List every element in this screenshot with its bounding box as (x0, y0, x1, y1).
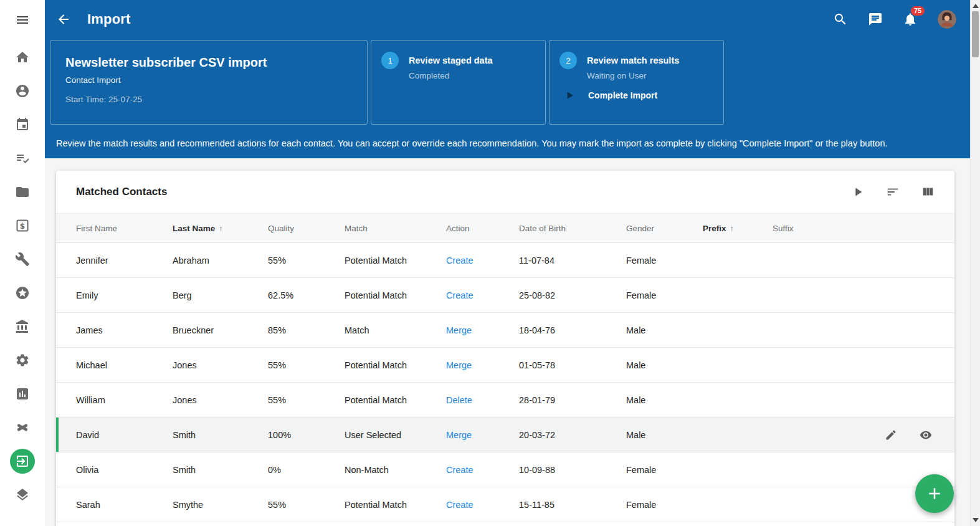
gear-icon (15, 353, 30, 368)
step-title: Review staged data (409, 52, 493, 65)
sidebar-item-tools[interactable] (7, 242, 37, 276)
action-link[interactable]: Create (446, 500, 473, 510)
sidebar-item-billing[interactable] (7, 209, 37, 242)
add-fab-button[interactable] (915, 474, 954, 513)
page-title: Import (87, 11, 131, 27)
table-row[interactable]: Michael Jones 55% Potential Match Merge … (56, 348, 954, 383)
cell-first-name: Olivia (56, 452, 173, 487)
sidebar-item-contacts[interactable] (7, 74, 37, 108)
sidebar-item-accounts[interactable] (7, 310, 37, 343)
table-row[interactable]: William Jones 55% Potential Match Delete… (56, 383, 954, 418)
column-header-quality[interactable]: Quality (268, 214, 345, 243)
action-link[interactable]: Create (446, 256, 473, 265)
vertical-scrollbar[interactable] (970, 0, 980, 526)
column-header-first-name[interactable]: First Name (56, 214, 173, 243)
sidebar-item-home[interactable] (7, 41, 37, 74)
cell-match: Potential Match (345, 383, 446, 418)
column-header-match[interactable]: Match (345, 214, 446, 243)
column-header-gender[interactable]: Gender (626, 214, 703, 243)
column-header-dob[interactable]: Date of Birth (519, 214, 626, 243)
run-play-icon[interactable] (851, 185, 865, 199)
search-icon[interactable] (833, 12, 848, 27)
scrollbar-thumb[interactable] (972, 11, 979, 57)
checklist-icon (15, 151, 30, 166)
table-row[interactable]: Jennifer Abraham 55% Potential Match Cre… (56, 243, 954, 278)
column-header-prefix[interactable]: Prefix↑ (703, 214, 773, 243)
step-title: Review match results (587, 52, 679, 65)
card-header-actions (851, 185, 935, 199)
cell-quality: 0% (268, 452, 345, 487)
cell-quality: 85% (268, 313, 345, 348)
cell-last-name: Smith (173, 452, 268, 487)
table-row[interactable]: David Smith 100% User Selected Merge 20-… (56, 418, 954, 452)
cell-prefix (703, 278, 773, 313)
cell-gender: Male (626, 313, 703, 348)
cell-last-name: Smythe (173, 487, 268, 522)
sidebar-item-calendar[interactable] (7, 108, 37, 141)
cell-first-name: William (56, 383, 173, 418)
action-link[interactable]: Delete (446, 395, 472, 405)
row-actions (773, 429, 954, 441)
sidebar-item-import[interactable] (7, 444, 37, 478)
complete-import-play-button[interactable] (563, 89, 576, 102)
scroll-up-arrow-icon[interactable] (973, 4, 979, 8)
sidebar-item-tasks[interactable] (7, 141, 37, 175)
cell-gender: Female (626, 278, 703, 313)
sidebar-item-settings[interactable] (7, 343, 37, 377)
action-link[interactable]: Merge (446, 430, 472, 440)
cell-suffix (773, 313, 954, 348)
edit-pencil-icon[interactable] (885, 429, 897, 441)
wrench-icon (15, 252, 30, 267)
table-row[interactable]: James Brueckner 85% Match Merge 18-04-76… (56, 313, 954, 348)
sidebar-item-reports[interactable] (7, 377, 37, 411)
calendar-icon (15, 117, 30, 132)
table-row[interactable]: Sarah Smythe 55% Potential Match Create … (56, 487, 954, 522)
cell-last-name: Smith (173, 418, 268, 452)
arrow-back-icon (56, 12, 71, 27)
step-number-badge: 2 (559, 52, 577, 69)
action-link[interactable]: Create (446, 465, 473, 475)
play-icon (563, 89, 576, 102)
step-card-2: 2 Review match results Waiting on User C… (549, 40, 724, 125)
cell-suffix (773, 383, 954, 418)
chat-icon[interactable] (868, 12, 883, 27)
avatar[interactable] (938, 10, 956, 29)
cell-prefix (703, 418, 773, 452)
cell-gender: Male (626, 348, 703, 383)
app-window: Import 75 Newsletter subscriber CSV impo… (0, 0, 970, 526)
sidebar-item-layers[interactable] (7, 478, 37, 512)
columns-icon[interactable] (921, 185, 935, 199)
cell-prefix (703, 452, 773, 487)
column-header-suffix[interactable]: Suffix (773, 214, 954, 243)
column-header-action[interactable]: Action (446, 214, 519, 243)
sort-asc-icon: ↑ (730, 224, 734, 233)
sidebar-item-documents[interactable] (7, 175, 37, 209)
cell-suffix (773, 418, 954, 452)
action-link[interactable]: Merge (446, 325, 472, 335)
sidebar-item-engagement[interactable] (7, 411, 37, 444)
import-job-title: Newsletter subscriber CSV import (65, 55, 352, 70)
column-header-last-name[interactable]: Last Name↑ (173, 214, 268, 243)
cell-gender: Female (626, 487, 703, 522)
action-link[interactable]: Create (446, 290, 473, 300)
scroll-down-arrow-icon[interactable] (973, 518, 979, 522)
step-status: Completed (409, 71, 493, 80)
cell-action: Merge (446, 348, 519, 383)
action-link[interactable]: Merge (446, 360, 472, 370)
complete-import-button[interactable]: Complete Import (588, 90, 657, 100)
back-button[interactable] (56, 11, 72, 27)
cell-gender: Female (626, 243, 703, 278)
sidebar-item-quality[interactable] (7, 276, 37, 310)
star-circle-icon (15, 285, 30, 300)
topbar-actions: 75 (833, 10, 956, 29)
cell-gender: Male (626, 383, 703, 418)
view-eye-icon[interactable] (920, 429, 932, 441)
sidebar-item-menu[interactable] (7, 3, 37, 37)
table-row[interactable]: Emily Berg 62.5% Potential Match Create … (56, 278, 954, 313)
table-row[interactable]: Olivia Smith 0% Non-Match Create 10-09-8… (56, 452, 954, 487)
notifications-button[interactable]: 75 (903, 12, 918, 27)
cell-dob: 11-07-84 (519, 243, 626, 278)
cell-last-name: Brueckner (173, 313, 268, 348)
cell-last-name: Abraham (173, 243, 268, 278)
sort-icon[interactable] (886, 185, 900, 199)
